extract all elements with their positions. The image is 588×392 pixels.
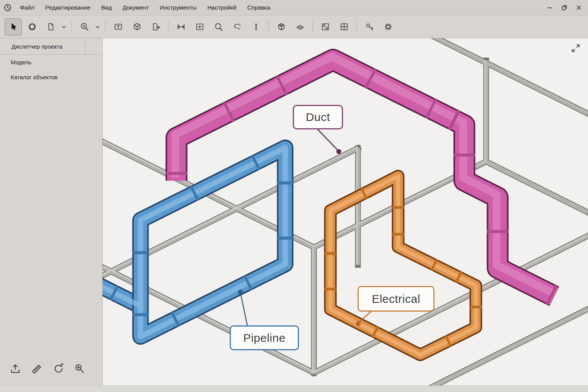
menubar: Файл Редактирование Вид Документ Инструм… <box>0 0 588 15</box>
panel-header: Дислетчер проекта <box>0 38 102 55</box>
duct-label-text: Duct <box>306 111 330 124</box>
duct-leader-dot <box>336 149 341 154</box>
checker-button[interactable] <box>317 18 334 36</box>
pipeline-label-text: Pipeline <box>243 332 286 345</box>
box-3d-icon <box>277 22 286 31</box>
sidebar-item-model[interactable]: Модель <box>0 55 102 70</box>
menu-edit[interactable]: Редактирование <box>40 0 96 15</box>
double-curve-icon <box>252 22 261 31</box>
expand-icon <box>570 42 581 54</box>
grid-button[interactable] <box>335 18 353 36</box>
chevron-down-icon <box>96 25 100 28</box>
shaded-view-button[interactable] <box>23 18 41 36</box>
settings-button[interactable] <box>379 18 397 36</box>
menu-file[interactable]: Файл <box>15 0 40 15</box>
dimension-button[interactable] <box>172 18 189 36</box>
checker-icon <box>321 22 330 31</box>
menu-tools[interactable]: Инструменты <box>154 0 202 15</box>
orbit-icon <box>52 363 64 374</box>
key-button[interactable] <box>361 18 378 36</box>
file-icon <box>46 22 56 31</box>
dimension-icon <box>176 22 186 31</box>
zoom-window-icon <box>74 363 85 374</box>
history-icon[interactable] <box>3 3 12 12</box>
expand-viewport-button[interactable] <box>570 42 582 54</box>
electrical-label-text: Electrical <box>372 292 420 305</box>
status-bar <box>0 385 588 392</box>
viewport-3d[interactable] <box>103 38 588 385</box>
box-3d-button[interactable] <box>273 18 290 36</box>
electrical-leader-dot <box>356 321 361 326</box>
sidebar-item-object-catalog[interactable]: Каталог объектов <box>0 70 102 85</box>
key-icon <box>365 22 374 31</box>
zoom-magnifier-icon: 6 <box>80 22 89 31</box>
menu-document[interactable]: Документ <box>117 0 154 15</box>
select-tool-button[interactable] <box>5 18 22 36</box>
project-manager-panel: Дислетчер проекта Модель Каталог объекто… <box>0 38 103 385</box>
export-page-button[interactable] <box>147 18 164 36</box>
search-button[interactable] <box>210 18 227 36</box>
minimize-button[interactable] <box>545 3 554 12</box>
menu-settings[interactable]: Настройкй <box>202 0 242 15</box>
plus-box-icon <box>195 22 204 31</box>
export-icon <box>10 363 21 374</box>
zoom-window-tool-button[interactable] <box>73 362 87 376</box>
window-controls <box>545 0 586 15</box>
section-plane-button[interactable] <box>291 18 309 36</box>
toolbar-separator <box>268 20 269 33</box>
cursor-icon <box>9 22 18 31</box>
zoom-button[interactable]: 6 <box>76 18 93 36</box>
gear-icon <box>384 22 393 31</box>
menu-help[interactable]: Спрввка <box>242 0 276 15</box>
toolbar-separator <box>312 20 313 33</box>
model-canvas: Duct Pipeline Electrical <box>103 38 588 385</box>
lasso-button[interactable] <box>229 18 246 36</box>
panel-tab-separator <box>85 38 85 54</box>
ruler-icon <box>31 363 42 374</box>
cube-button[interactable] <box>128 18 145 36</box>
text-frame-icon <box>114 22 123 31</box>
new-document-dropdown[interactable] <box>61 18 67 36</box>
toolbar-separator <box>356 20 357 33</box>
viewport-background <box>103 38 588 385</box>
toolbar-separator <box>105 20 106 33</box>
export-tool-button[interactable] <box>8 362 22 376</box>
restore-button[interactable] <box>560 3 569 12</box>
main-area: Дислетчер проекта Модель Каталог объекто… <box>0 38 588 385</box>
cube-icon <box>132 22 142 31</box>
toolbar: 6 <box>0 15 588 38</box>
panel-tools <box>0 362 102 385</box>
measure-tool-button[interactable] <box>30 362 44 376</box>
new-document-button[interactable] <box>42 18 59 36</box>
menu-view[interactable]: Вид <box>96 0 117 15</box>
add-frame-button[interactable] <box>191 18 208 36</box>
pipeline-leader-dot <box>238 290 243 295</box>
toolbar-separator <box>72 20 72 33</box>
pipeline-label[interactable]: Pipeline <box>230 325 299 350</box>
text-frame-button[interactable] <box>109 18 127 36</box>
search-icon <box>214 22 223 31</box>
lasso-icon <box>233 22 242 31</box>
chevron-down-icon <box>62 25 66 28</box>
application-window: Файл Редактирование Вид Документ Инструм… <box>0 0 588 392</box>
toolbar-separator <box>168 20 168 33</box>
zoom-dropdown[interactable] <box>95 18 101 36</box>
plane-icon <box>296 22 305 31</box>
grid-icon <box>340 22 349 31</box>
orbit-tool-button[interactable] <box>51 362 65 376</box>
sphere-icon <box>28 22 37 31</box>
close-button[interactable] <box>574 3 583 12</box>
duct-label[interactable]: Duct <box>293 105 343 129</box>
panel-title: Дислетчер проекта <box>11 43 62 50</box>
svg-text:6: 6 <box>83 24 85 28</box>
double-curve-button[interactable] <box>247 18 265 36</box>
page-export-icon <box>151 22 160 31</box>
electrical-label[interactable]: Electrical <box>358 286 434 312</box>
